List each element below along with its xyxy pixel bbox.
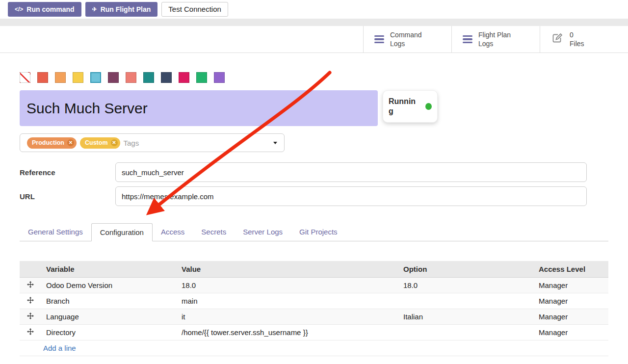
tag-production: Production ✕ bbox=[27, 137, 77, 149]
server-name-field[interactable]: Such Much Server bbox=[20, 90, 378, 126]
url-label: URL bbox=[20, 192, 115, 201]
command-logs-label-line2: Logs bbox=[390, 39, 422, 48]
reference-label: Reference bbox=[20, 168, 115, 177]
drag-handle-icon[interactable] bbox=[20, 325, 41, 340]
color-swatch-none[interactable] bbox=[20, 72, 30, 83]
cell-variable[interactable]: Odoo Demo Version bbox=[41, 278, 177, 293]
cell-variable[interactable]: Directory bbox=[41, 325, 177, 340]
variable-column-header: Variable bbox=[41, 261, 177, 278]
code-icon: </> bbox=[15, 6, 23, 13]
add-line-row: Add a line bbox=[20, 340, 608, 356]
tag-remove-icon[interactable]: ✕ bbox=[67, 139, 74, 146]
files-count: 0 bbox=[570, 30, 584, 39]
cell-option[interactable]: Italian bbox=[398, 309, 534, 325]
files-button[interactable]: 0 Files bbox=[540, 26, 628, 52]
top-toolbar: </> Run command ✈ Run Flight Plan Test C… bbox=[0, 0, 628, 19]
value-column-header: Value bbox=[177, 261, 398, 278]
tags-input[interactable]: Production ✕ Custom ✕ Tags bbox=[20, 133, 285, 152]
test-connection-label: Test Connection bbox=[168, 5, 221, 13]
cell-variable[interactable]: Branch bbox=[41, 293, 177, 309]
run-flight-plan-label: Run Flight Plan bbox=[101, 5, 151, 13]
tab-configuration[interactable]: Configuration bbox=[91, 223, 153, 241]
cell-value[interactable]: /home/{{ tower.server.ssh_username }} bbox=[177, 325, 398, 340]
table-row: Directory /home/{{ tower.server.ssh_user… bbox=[20, 325, 608, 340]
color-swatch-magenta[interactable] bbox=[179, 72, 189, 83]
color-swatch-teal[interactable] bbox=[143, 72, 154, 83]
color-swatch-navy[interactable] bbox=[161, 72, 172, 83]
tag-production-label: Production bbox=[32, 139, 64, 146]
menu-icon bbox=[463, 35, 472, 44]
tab-access[interactable]: Access bbox=[153, 223, 193, 241]
table-header-row: Variable Value Option Access Level bbox=[20, 261, 608, 278]
flight-plan-logs-button[interactable]: Flight Plan Logs bbox=[451, 26, 540, 52]
tag-custom: Custom ✕ bbox=[80, 137, 120, 149]
status-dot-icon bbox=[425, 103, 432, 110]
cell-option[interactable] bbox=[398, 293, 534, 309]
menu-icon bbox=[374, 35, 384, 44]
table-row: Language it Italian Manager bbox=[20, 309, 608, 325]
access-level-column-header: Access Level bbox=[534, 261, 608, 278]
drag-handle-icon[interactable] bbox=[20, 309, 41, 325]
option-column-header: Option bbox=[398, 261, 534, 278]
color-swatch-salmon[interactable] bbox=[126, 72, 136, 83]
color-swatch-yellow[interactable] bbox=[73, 72, 83, 83]
run-command-label: Run command bbox=[26, 5, 74, 13]
status-badge: Running bbox=[383, 90, 438, 123]
tags-placeholder: Tags bbox=[124, 139, 139, 147]
table-row: Odoo Demo Version 18.0 18.0 Manager bbox=[20, 278, 608, 293]
cell-variable[interactable]: Language bbox=[41, 309, 177, 325]
edit-icon bbox=[551, 32, 564, 46]
command-logs-label-line1: Command bbox=[390, 30, 422, 39]
test-connection-button[interactable]: Test Connection bbox=[161, 2, 228, 17]
drag-handle-icon[interactable] bbox=[20, 293, 41, 309]
chevron-down-icon[interactable] bbox=[273, 142, 277, 144]
color-swatch-cyan-selected[interactable] bbox=[90, 72, 101, 83]
flight-plan-logs-label-line2: Logs bbox=[478, 39, 511, 48]
notebook-tabs: General Settings Configuration Access Se… bbox=[20, 223, 608, 241]
tab-general-settings[interactable]: General Settings bbox=[20, 223, 91, 241]
cell-value[interactable]: 18.0 bbox=[177, 278, 398, 293]
tag-custom-label: Custom bbox=[85, 139, 108, 146]
cell-access-level[interactable]: Manager bbox=[534, 309, 608, 325]
tab-server-logs[interactable]: Server Logs bbox=[235, 223, 291, 241]
color-swatch-orange[interactable] bbox=[55, 72, 66, 83]
files-label: Files bbox=[570, 39, 584, 48]
cell-option[interactable] bbox=[398, 325, 534, 340]
table-row: Branch main Manager bbox=[20, 293, 608, 309]
handle-column-header bbox=[20, 261, 41, 278]
color-swatch-green[interactable] bbox=[196, 72, 207, 83]
tag-remove-icon[interactable]: ✕ bbox=[111, 139, 118, 146]
color-swatch-red[interactable] bbox=[37, 72, 48, 83]
cell-access-level[interactable]: Manager bbox=[534, 293, 608, 309]
flight-plan-logs-label-line1: Flight Plan bbox=[478, 30, 511, 39]
drag-handle-icon[interactable] bbox=[20, 278, 41, 293]
cell-access-level[interactable]: Manager bbox=[534, 278, 608, 293]
color-swatch-plum[interactable] bbox=[108, 72, 119, 83]
tab-git-projects[interactable]: Git Projects bbox=[291, 223, 346, 241]
cell-value[interactable]: it bbox=[177, 309, 398, 325]
cell-value[interactable]: main bbox=[177, 293, 398, 309]
color-palette bbox=[20, 72, 608, 83]
config-variables-table: Variable Value Option Access Level Odoo … bbox=[20, 261, 608, 356]
tab-secrets[interactable]: Secrets bbox=[193, 223, 235, 241]
color-swatch-purple[interactable] bbox=[214, 72, 225, 83]
add-a-line-link[interactable]: Add a line bbox=[43, 344, 76, 352]
control-header: Command Logs Flight Plan Logs 0 Files bbox=[0, 26, 628, 53]
reference-field[interactable] bbox=[115, 162, 587, 182]
cell-option[interactable]: 18.0 bbox=[398, 278, 534, 293]
paper-plane-icon: ✈ bbox=[92, 6, 97, 13]
divider-strip bbox=[0, 19, 628, 26]
run-flight-plan-button[interactable]: ✈ Run Flight Plan bbox=[85, 2, 158, 17]
command-logs-button[interactable]: Command Logs bbox=[363, 26, 451, 52]
status-label: Running bbox=[389, 97, 417, 116]
cell-access-level[interactable]: Manager bbox=[534, 325, 608, 340]
run-command-button[interactable]: </> Run command bbox=[8, 2, 81, 17]
url-field[interactable] bbox=[115, 186, 587, 206]
form-content: Such Much Server Running Production ✕ Cu… bbox=[0, 72, 628, 356]
